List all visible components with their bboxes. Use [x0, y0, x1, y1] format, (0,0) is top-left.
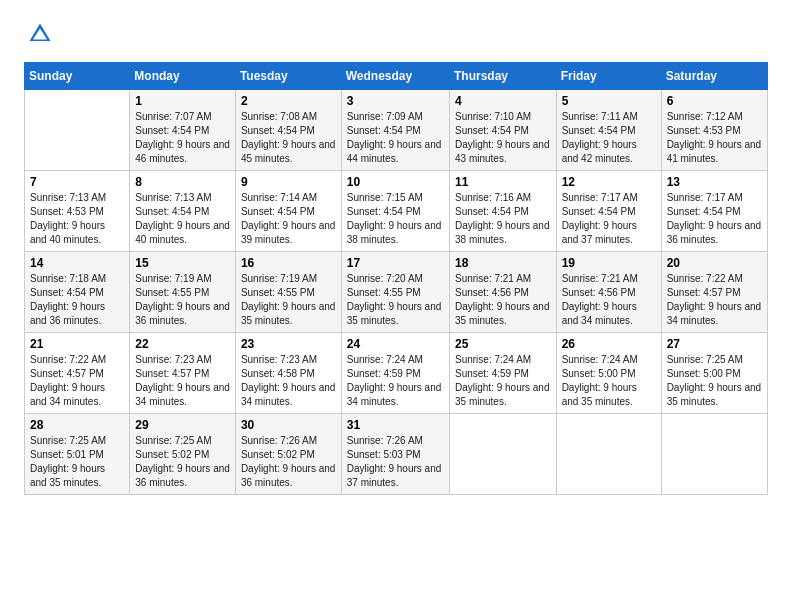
cell-info: Sunrise: 7:21 AM Sunset: 4:56 PM Dayligh… [455, 272, 551, 328]
calendar-cell: 8Sunrise: 7:13 AM Sunset: 4:54 PM Daylig… [130, 171, 236, 252]
cell-day-number: 26 [562, 337, 656, 351]
calendar-cell: 13Sunrise: 7:17 AM Sunset: 4:54 PM Dayli… [661, 171, 767, 252]
cell-info: Sunrise: 7:24 AM Sunset: 5:00 PM Dayligh… [562, 353, 656, 409]
cell-info: Sunrise: 7:11 AM Sunset: 4:54 PM Dayligh… [562, 110, 656, 166]
cell-day-number: 14 [30, 256, 124, 270]
cell-info: Sunrise: 7:25 AM Sunset: 5:01 PM Dayligh… [30, 434, 124, 490]
cell-info: Sunrise: 7:17 AM Sunset: 4:54 PM Dayligh… [562, 191, 656, 247]
col-header-tuesday: Tuesday [235, 63, 341, 90]
cell-info: Sunrise: 7:12 AM Sunset: 4:53 PM Dayligh… [667, 110, 762, 166]
cell-info: Sunrise: 7:25 AM Sunset: 5:02 PM Dayligh… [135, 434, 230, 490]
cell-info: Sunrise: 7:07 AM Sunset: 4:54 PM Dayligh… [135, 110, 230, 166]
col-header-sunday: Sunday [25, 63, 130, 90]
cell-day-number: 12 [562, 175, 656, 189]
calendar-cell: 12Sunrise: 7:17 AM Sunset: 4:54 PM Dayli… [556, 171, 661, 252]
calendar-row-4: 28Sunrise: 7:25 AM Sunset: 5:01 PM Dayli… [25, 414, 768, 495]
cell-day-number: 8 [135, 175, 230, 189]
calendar-row-3: 21Sunrise: 7:22 AM Sunset: 4:57 PM Dayli… [25, 333, 768, 414]
calendar-cell: 19Sunrise: 7:21 AM Sunset: 4:56 PM Dayli… [556, 252, 661, 333]
cell-info: Sunrise: 7:18 AM Sunset: 4:54 PM Dayligh… [30, 272, 124, 328]
cell-info: Sunrise: 7:08 AM Sunset: 4:54 PM Dayligh… [241, 110, 336, 166]
calendar-cell: 5Sunrise: 7:11 AM Sunset: 4:54 PM Daylig… [556, 90, 661, 171]
col-header-monday: Monday [130, 63, 236, 90]
calendar-cell [25, 90, 130, 171]
calendar-cell: 3Sunrise: 7:09 AM Sunset: 4:54 PM Daylig… [341, 90, 449, 171]
cell-info: Sunrise: 7:26 AM Sunset: 5:02 PM Dayligh… [241, 434, 336, 490]
cell-info: Sunrise: 7:24 AM Sunset: 4:59 PM Dayligh… [455, 353, 551, 409]
calendar-cell: 10Sunrise: 7:15 AM Sunset: 4:54 PM Dayli… [341, 171, 449, 252]
calendar-cell: 28Sunrise: 7:25 AM Sunset: 5:01 PM Dayli… [25, 414, 130, 495]
calendar-cell: 20Sunrise: 7:22 AM Sunset: 4:57 PM Dayli… [661, 252, 767, 333]
cell-day-number: 22 [135, 337, 230, 351]
cell-info: Sunrise: 7:23 AM Sunset: 4:58 PM Dayligh… [241, 353, 336, 409]
cell-info: Sunrise: 7:19 AM Sunset: 4:55 PM Dayligh… [135, 272, 230, 328]
calendar-header: SundayMondayTuesdayWednesdayThursdayFrid… [25, 63, 768, 90]
header-row: SundayMondayTuesdayWednesdayThursdayFrid… [25, 63, 768, 90]
cell-info: Sunrise: 7:10 AM Sunset: 4:54 PM Dayligh… [455, 110, 551, 166]
calendar-cell: 29Sunrise: 7:25 AM Sunset: 5:02 PM Dayli… [130, 414, 236, 495]
calendar-cell [661, 414, 767, 495]
col-header-wednesday: Wednesday [341, 63, 449, 90]
cell-day-number: 17 [347, 256, 444, 270]
calendar-row-0: 1Sunrise: 7:07 AM Sunset: 4:54 PM Daylig… [25, 90, 768, 171]
cell-day-number: 23 [241, 337, 336, 351]
cell-day-number: 13 [667, 175, 762, 189]
calendar-cell [556, 414, 661, 495]
calendar-cell: 16Sunrise: 7:19 AM Sunset: 4:55 PM Dayli… [235, 252, 341, 333]
cell-info: Sunrise: 7:17 AM Sunset: 4:54 PM Dayligh… [667, 191, 762, 247]
cell-day-number: 18 [455, 256, 551, 270]
calendar-cell: 7Sunrise: 7:13 AM Sunset: 4:53 PM Daylig… [25, 171, 130, 252]
calendar-cell: 17Sunrise: 7:20 AM Sunset: 4:55 PM Dayli… [341, 252, 449, 333]
calendar-cell: 1Sunrise: 7:07 AM Sunset: 4:54 PM Daylig… [130, 90, 236, 171]
logo-icon [26, 20, 54, 48]
cell-day-number: 1 [135, 94, 230, 108]
cell-info: Sunrise: 7:22 AM Sunset: 4:57 PM Dayligh… [30, 353, 124, 409]
cell-day-number: 11 [455, 175, 551, 189]
calendar-cell: 21Sunrise: 7:22 AM Sunset: 4:57 PM Dayli… [25, 333, 130, 414]
cell-info: Sunrise: 7:14 AM Sunset: 4:54 PM Dayligh… [241, 191, 336, 247]
calendar-cell: 27Sunrise: 7:25 AM Sunset: 5:00 PM Dayli… [661, 333, 767, 414]
cell-info: Sunrise: 7:23 AM Sunset: 4:57 PM Dayligh… [135, 353, 230, 409]
calendar-cell: 14Sunrise: 7:18 AM Sunset: 4:54 PM Dayli… [25, 252, 130, 333]
cell-day-number: 7 [30, 175, 124, 189]
cell-info: Sunrise: 7:24 AM Sunset: 4:59 PM Dayligh… [347, 353, 444, 409]
calendar-cell: 18Sunrise: 7:21 AM Sunset: 4:56 PM Dayli… [449, 252, 556, 333]
cell-day-number: 15 [135, 256, 230, 270]
calendar-row-1: 7Sunrise: 7:13 AM Sunset: 4:53 PM Daylig… [25, 171, 768, 252]
cell-day-number: 30 [241, 418, 336, 432]
cell-day-number: 29 [135, 418, 230, 432]
page-header [24, 20, 768, 52]
calendar-cell: 9Sunrise: 7:14 AM Sunset: 4:54 PM Daylig… [235, 171, 341, 252]
calendar-cell: 4Sunrise: 7:10 AM Sunset: 4:54 PM Daylig… [449, 90, 556, 171]
logo [24, 20, 56, 52]
cell-info: Sunrise: 7:19 AM Sunset: 4:55 PM Dayligh… [241, 272, 336, 328]
calendar-cell: 25Sunrise: 7:24 AM Sunset: 4:59 PM Dayli… [449, 333, 556, 414]
calendar-cell: 30Sunrise: 7:26 AM Sunset: 5:02 PM Dayli… [235, 414, 341, 495]
calendar-cell: 23Sunrise: 7:23 AM Sunset: 4:58 PM Dayli… [235, 333, 341, 414]
calendar-row-2: 14Sunrise: 7:18 AM Sunset: 4:54 PM Dayli… [25, 252, 768, 333]
cell-day-number: 9 [241, 175, 336, 189]
col-header-friday: Friday [556, 63, 661, 90]
calendar-body: 1Sunrise: 7:07 AM Sunset: 4:54 PM Daylig… [25, 90, 768, 495]
cell-day-number: 28 [30, 418, 124, 432]
cell-day-number: 5 [562, 94, 656, 108]
cell-info: Sunrise: 7:21 AM Sunset: 4:56 PM Dayligh… [562, 272, 656, 328]
cell-day-number: 24 [347, 337, 444, 351]
calendar-cell [449, 414, 556, 495]
cell-info: Sunrise: 7:16 AM Sunset: 4:54 PM Dayligh… [455, 191, 551, 247]
calendar-cell: 22Sunrise: 7:23 AM Sunset: 4:57 PM Dayli… [130, 333, 236, 414]
cell-info: Sunrise: 7:15 AM Sunset: 4:54 PM Dayligh… [347, 191, 444, 247]
cell-day-number: 31 [347, 418, 444, 432]
col-header-saturday: Saturday [661, 63, 767, 90]
calendar-table: SundayMondayTuesdayWednesdayThursdayFrid… [24, 62, 768, 495]
cell-day-number: 10 [347, 175, 444, 189]
cell-info: Sunrise: 7:13 AM Sunset: 4:53 PM Dayligh… [30, 191, 124, 247]
cell-day-number: 2 [241, 94, 336, 108]
calendar-cell: 2Sunrise: 7:08 AM Sunset: 4:54 PM Daylig… [235, 90, 341, 171]
calendar-cell: 24Sunrise: 7:24 AM Sunset: 4:59 PM Dayli… [341, 333, 449, 414]
calendar-cell: 15Sunrise: 7:19 AM Sunset: 4:55 PM Dayli… [130, 252, 236, 333]
cell-day-number: 3 [347, 94, 444, 108]
calendar-cell: 6Sunrise: 7:12 AM Sunset: 4:53 PM Daylig… [661, 90, 767, 171]
cell-info: Sunrise: 7:20 AM Sunset: 4:55 PM Dayligh… [347, 272, 444, 328]
cell-info: Sunrise: 7:26 AM Sunset: 5:03 PM Dayligh… [347, 434, 444, 490]
